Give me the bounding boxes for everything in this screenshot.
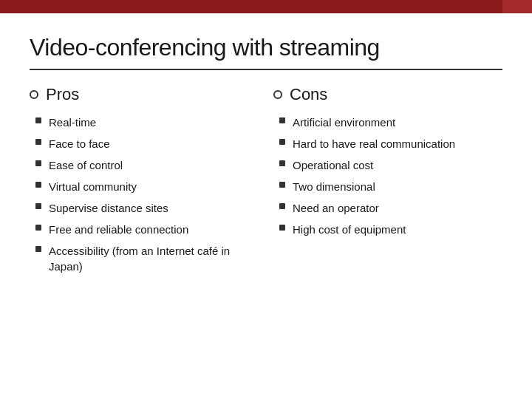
cons-header: Cons [273,85,502,104]
sub-bullet-icon [35,182,41,188]
list-item: Two dimensional [279,179,502,194]
pros-title: Pros [46,85,79,104]
sub-bullet-icon [35,160,41,166]
list-item: Artificial environment [279,115,502,130]
item-text: Operational cost [293,157,502,173]
item-text: Real-time [49,115,259,130]
item-text: High cost of equipment [293,222,502,237]
sub-bullet-icon [35,246,41,252]
item-text: Virtual community [49,179,259,194]
sub-bullet-icon [279,117,285,123]
sub-bullet-icon [35,225,41,231]
list-item: Operational cost [279,157,502,173]
divider [30,69,502,70]
slide: Video-conferencing with streaming Pros R… [0,0,532,399]
item-text: Two dimensional [293,179,502,194]
list-item: Free and reliable connection [35,222,259,237]
cons-list: Artificial environmentHard to have real … [273,115,502,243]
list-item: Face to face [35,136,259,151]
columns: Pros Real-timeFace to faceEase of contro… [30,85,502,384]
cons-bullet [273,90,282,99]
pros-header: Pros [30,85,259,104]
list-item: Need an operator [279,200,502,216]
cons-column: Cons Artificial environmentHard to have … [273,85,502,384]
list-item: Supervise distance sites [35,200,259,216]
list-item: Virtual community [35,179,259,194]
sub-bullet-icon [279,203,285,209]
list-item: Hard to have real communication [279,136,502,151]
sub-bullet-icon [35,117,41,123]
slide-title: Video-conferencing with streaming [30,34,502,61]
sub-bullet-icon [279,182,285,188]
item-text: Supervise distance sites [49,200,259,216]
pros-column: Pros Real-timeFace to faceEase of contro… [30,85,259,384]
item-text: Face to face [49,136,259,151]
pros-bullet [30,90,38,99]
item-text: Free and reliable connection [49,222,259,237]
sub-bullet-icon [279,225,285,231]
item-text: Artificial environment [293,115,502,130]
slide-content: Video-conferencing with streaming Pros R… [0,13,532,399]
item-text: Ease of control [49,157,259,173]
item-text: Accessibility (from an Internet café in … [49,243,259,274]
sub-bullet-icon [35,203,41,209]
top-bar [0,0,532,13]
item-text: Need an operator [293,200,502,216]
list-item: Ease of control [35,157,259,173]
pros-list: Real-timeFace to faceEase of controlVirt… [30,115,259,280]
list-item: Real-time [35,115,259,130]
sub-bullet-icon [279,139,285,145]
corner-box [502,0,532,13]
sub-bullet-icon [35,139,41,145]
sub-bullet-icon [279,160,285,166]
list-item: Accessibility (from an Internet café in … [35,243,259,274]
item-text: Hard to have real communication [293,136,502,151]
cons-title: Cons [290,85,327,104]
list-item: High cost of equipment [279,222,502,237]
